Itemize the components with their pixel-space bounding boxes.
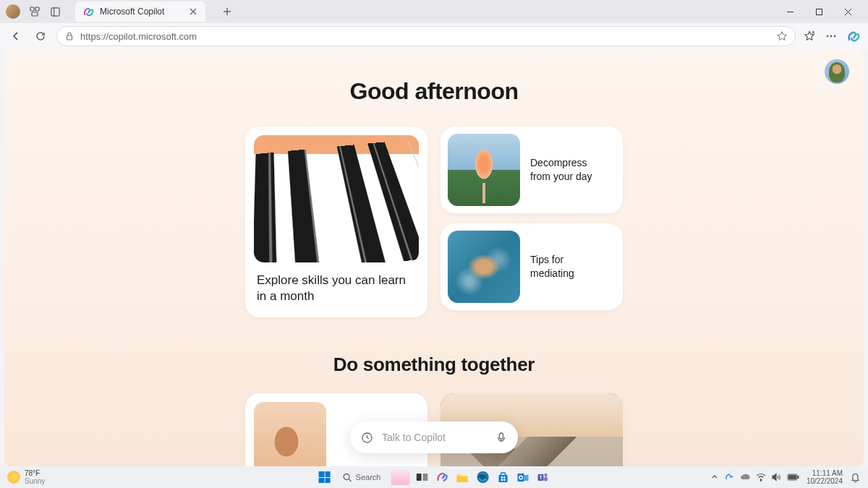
water-image [448,231,520,303]
history-icon[interactable] [360,431,373,444]
close-window-button[interactable] [833,0,862,23]
search-icon [343,473,352,482]
svg-rect-31 [503,479,506,481]
browser-tab[interactable]: Microsoft Copilot [75,1,205,22]
svg-rect-23 [416,474,421,481]
favorites-icon[interactable] [803,30,816,43]
svg-line-22 [349,479,352,481]
edge-icon[interactable] [475,469,490,485]
chat-input[interactable]: Talk to Copilot [350,421,518,453]
close-tab-icon[interactable] [188,7,198,17]
taskbar-search[interactable]: Search [337,471,387,484]
svg-rect-24 [422,474,427,481]
svg-point-38 [545,473,548,476]
svg-point-17 [830,35,833,38]
task-view-icon[interactable] [414,469,430,485]
taskbar-center: Search T [317,469,552,485]
svg-rect-0 [30,7,34,11]
tray-chevron-icon[interactable] [711,474,718,481]
menu-icon[interactable] [825,30,838,43]
svg-rect-2 [32,12,38,16]
page-content: Good afternoon Explore skills you can le… [4,49,864,466]
back-button[interactable] [7,27,25,45]
greeting-heading: Good afternoon [4,78,864,105]
card-title: Explore skills you can learn in a month [254,273,419,309]
refresh-button[interactable] [32,27,49,45]
minimize-button[interactable] [775,0,804,23]
url-text: https://copilot.microsoft.com [80,31,770,42]
onedrive-icon[interactable] [740,473,750,481]
svg-rect-3 [51,7,59,15]
svg-rect-30 [501,479,503,481]
maximize-button[interactable] [804,0,833,23]
toolbar-right [803,29,861,43]
chat-placeholder: Talk to Copilot [382,432,486,443]
piano-image [254,135,419,262]
clock[interactable]: 11:11 AM 10/22/2024 [807,469,843,486]
svg-rect-1 [35,7,39,11]
tab-actions-icon[interactable] [49,6,61,17]
microphone-icon[interactable] [495,431,508,444]
copilot-taskbar-icon[interactable] [434,469,450,485]
system-tray: 11:11 AM 10/22/2024 [711,469,861,486]
titlebar-left: Microsoft Copilot [6,1,237,22]
svg-rect-10 [816,9,822,14]
svg-rect-13 [67,35,72,40]
svg-rect-29 [503,476,506,479]
new-tab-button[interactable] [217,1,237,22]
card-decompress[interactable]: Decompress from your day [441,127,623,213]
svg-point-16 [827,35,829,38]
favorite-star-icon[interactable] [776,30,788,42]
svg-text:T: T [540,475,543,480]
workspaces-icon[interactable] [29,6,41,17]
svg-rect-35 [524,475,529,481]
volume-icon[interactable] [772,473,781,481]
battery-icon[interactable] [787,474,799,481]
window-titlebar: Microsoft Copilot [0,0,868,23]
copilot-toolbar-icon[interactable] [846,29,861,43]
file-explorer-icon[interactable] [454,469,470,485]
profile-avatar-icon[interactable] [6,4,20,19]
sun-icon [7,471,20,484]
address-bar: https://copilot.microsoft.com [0,23,868,49]
card-explore-skills[interactable]: Explore skills you can learn in a month [245,127,427,317]
card-title: Decompress from your day [530,156,616,184]
card-title: Tips for mediating [530,253,616,281]
tab-title: Microsoft Copilot [100,7,182,17]
copilot-favicon-icon [82,6,94,17]
svg-point-21 [344,474,349,479]
taskbar: 78°F Sunny Search T 11:11 AM 10/22/2024 [0,466,868,488]
lock-icon [64,31,75,41]
window-controls [775,0,862,23]
svg-rect-39 [544,476,548,481]
small-cards-column: Decompress from your day Tips for mediat… [441,127,623,317]
notifications-icon[interactable] [850,472,861,483]
weather-text: 78°F Sunny [25,469,45,485]
taskbar-app-1[interactable] [391,469,409,485]
svg-rect-28 [501,476,503,479]
store-icon[interactable] [495,469,511,485]
svg-rect-27 [498,475,507,482]
stretch-image [254,402,326,466]
svg-point-40 [760,480,762,481]
suggestion-cards-row: Explore skills you can learn in a month … [4,127,864,317]
svg-point-34 [520,476,522,478]
url-input[interactable]: https://copilot.microsoft.com [56,26,796,46]
section-heading: Do something together [4,354,864,376]
user-avatar[interactable] [825,59,849,84]
weather-widget[interactable]: 78°F Sunny [7,469,45,485]
svg-point-18 [834,35,836,38]
card-mediating[interactable]: Tips for mediating [441,223,623,310]
outlook-icon[interactable] [515,469,531,485]
start-button[interactable] [317,469,333,485]
teams-icon[interactable]: T [535,469,551,485]
svg-rect-20 [500,433,503,439]
svg-rect-42 [788,476,796,479]
svg-rect-25 [457,476,468,482]
tray-copilot-icon[interactable] [724,472,734,482]
wifi-icon[interactable] [756,473,766,481]
popsicle-image [448,134,520,206]
svg-rect-43 [797,476,799,479]
